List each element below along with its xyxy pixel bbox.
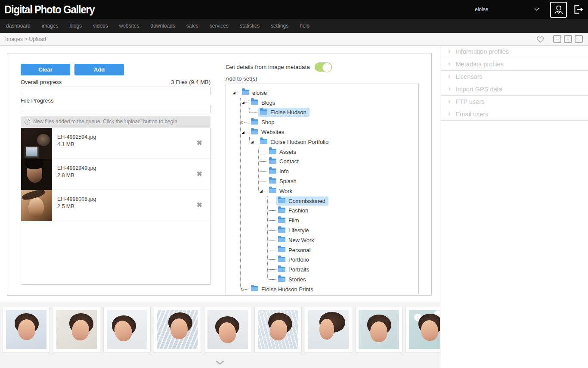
tree-collapse-toggle-icon[interactable]: ◢ <box>232 90 236 95</box>
tree-children: CommissionedFashionFilmLifestyleNew Work… <box>267 196 416 284</box>
gallery-thumbnail[interactable] <box>204 307 251 352</box>
photo-image <box>107 310 147 349</box>
nav-item-websites[interactable]: websites <box>119 23 139 29</box>
tree-connector <box>245 132 249 132</box>
gallery-thumbnail[interactable] <box>53 307 100 352</box>
metadata-toggle-label: Get details from image metadata <box>226 64 310 70</box>
tree-connector <box>272 220 276 221</box>
remove-file-button[interactable]: ✖ <box>197 201 202 209</box>
tree-collapse-toggle-icon[interactable]: ◢ <box>241 130 245 134</box>
gallery-thumbnail[interactable] <box>3 307 50 352</box>
tree-node-stories[interactable]: Stories <box>268 274 416 284</box>
gallery-thumbnail[interactable] <box>154 307 201 352</box>
gallery-thumbnail[interactable] <box>405 307 440 352</box>
tree-node-film[interactable]: Film <box>268 215 416 225</box>
logout-button[interactable] <box>573 4 584 15</box>
tree-node-content: Film <box>276 216 302 225</box>
tree-expand-toggle-icon[interactable]: ▷ <box>241 287 245 292</box>
tree-node-eloise-hudson-prints[interactable]: ▷Eloise Hudson Prints <box>241 284 416 294</box>
chevron-right-icon: › <box>448 47 451 55</box>
tree-node-splash[interactable]: Splash <box>259 176 416 186</box>
sidebar-section-metadata-profiles[interactable]: ›Metadata profiles <box>440 58 588 71</box>
list-view-button[interactable]: ≡ <box>575 35 583 43</box>
overall-progress-bar <box>21 87 210 95</box>
nav-item-videos[interactable]: videos <box>93 23 108 29</box>
file-size: 2.5 MB <box>57 203 96 210</box>
tree-collapse-toggle-icon[interactable]: ◢ <box>250 140 254 144</box>
tree-collapse-toggle-icon[interactable]: ◢ <box>259 189 263 193</box>
tree-node-eloise[interactable]: ◢eloise <box>232 88 416 98</box>
tree-connector <box>268 250 272 250</box>
tree-node-shop[interactable]: ▷Shop <box>241 117 416 127</box>
tree-node-content: Assets <box>267 147 299 156</box>
avatar-button[interactable] <box>550 2 567 18</box>
tree-node-label: Stories <box>288 276 306 283</box>
tree-node-eloise-hudson-portfolio[interactable]: ◢Eloise Hudson Portfolio <box>250 137 416 147</box>
folder-icon <box>278 257 285 262</box>
tree-node-label: Lifestyle <box>288 227 309 234</box>
tree-node-blogs[interactable]: ◢Blogs <box>241 98 416 108</box>
photo-image <box>258 310 298 349</box>
tree-expand-toggle-icon[interactable]: ▷ <box>241 120 245 125</box>
tree-node-assets[interactable]: Assets <box>259 147 416 157</box>
tree-node-portfolio[interactable]: Portfolio <box>268 255 416 265</box>
tree-node-personal[interactable]: Personal <box>268 245 416 255</box>
folder-icon <box>260 139 267 144</box>
user-name: eloise <box>475 6 488 12</box>
nav-item-downloads[interactable]: downloads <box>150 23 175 29</box>
tree-node-contact[interactable]: Contact <box>259 157 416 167</box>
nav-item-statistics[interactable]: statistics <box>240 23 260 29</box>
tree-node-lifestyle[interactable]: Lifestyle <box>268 225 416 235</box>
sidebar-section-licensors[interactable]: ›Licensors <box>440 71 588 83</box>
nav-item-images[interactable]: images <box>42 23 59 29</box>
file-info: EH-4992594.jpg4.1 MB <box>52 128 96 148</box>
tree-connector <box>259 181 263 181</box>
nav-item-blogs[interactable]: blogs <box>69 23 82 29</box>
clear-button[interactable]: Clear <box>21 64 70 75</box>
nav-item-services[interactable]: services <box>210 23 229 29</box>
folder-icon <box>278 198 285 203</box>
tree-collapse-toggle-icon[interactable]: ◢ <box>241 100 245 105</box>
remove-file-button[interactable]: ✖ <box>197 139 202 147</box>
tree-node-websites[interactable]: ◢Websites <box>241 127 416 137</box>
overall-progress-row: Overall progress 3 Files (9.4 MB) <box>21 79 210 85</box>
file-progress-bar <box>21 105 210 113</box>
tree-connector <box>272 230 276 231</box>
tree-node-label: Eloise Hudson Prints <box>261 286 313 293</box>
tree-node-label: Film <box>288 217 299 224</box>
zoom-out-button[interactable]: − <box>553 35 561 43</box>
tree-connector <box>272 269 276 270</box>
scroll-down-icon[interactable] <box>216 361 224 365</box>
user-menu[interactable]: eloise <box>475 6 539 12</box>
remove-file-button[interactable]: ✖ <box>197 170 202 178</box>
sidebar-section-ftp-users[interactable]: ›FTP users <box>440 96 588 108</box>
favorites-button[interactable] <box>536 35 545 43</box>
add-button[interactable]: Add <box>74 64 124 75</box>
nav-item-settings[interactable]: settings <box>271 23 288 29</box>
folder-icon <box>269 168 276 174</box>
nav-item-sales[interactable]: sales <box>186 23 198 29</box>
sidebar-section-import-gps-data[interactable]: ›Import GPS data <box>440 83 588 96</box>
tree-node-eloise-hudson[interactable]: Eloise Hudson <box>250 108 416 118</box>
tree-connector <box>254 112 258 112</box>
tree-node: Stories <box>268 274 416 284</box>
sidebar-section-information-profiles[interactable]: ›Information profiles <box>440 46 588 58</box>
gallery-thumbnail[interactable] <box>305 307 352 352</box>
tree-node-new-work[interactable]: New Work <box>268 235 416 245</box>
zoom-in-button[interactable]: + <box>564 35 572 43</box>
tree-node-content: Stories <box>276 275 309 284</box>
nav-item-help[interactable]: help <box>300 23 309 29</box>
tree-node-fashion[interactable]: Fashion <box>268 206 416 216</box>
tree-node-info[interactable]: Info <box>259 166 416 176</box>
gallery-thumbnail[interactable] <box>103 307 151 352</box>
gallery-thumbnail[interactable] <box>254 307 302 352</box>
gallery-thumbnail[interactable] <box>355 307 402 352</box>
tree-node-commissioned[interactable]: Commissioned <box>268 196 416 206</box>
tree-node-work[interactable]: ◢Work <box>259 186 416 196</box>
gallery-strip <box>0 302 440 368</box>
tree-node-portraits[interactable]: Portraits <box>268 265 416 274</box>
metadata-toggle[interactable] <box>315 62 332 72</box>
nav-item-dashboard[interactable]: dashboard <box>6 23 31 29</box>
folder-icon <box>278 277 285 282</box>
sidebar-section-email-users[interactable]: ›Email users <box>440 108 588 121</box>
